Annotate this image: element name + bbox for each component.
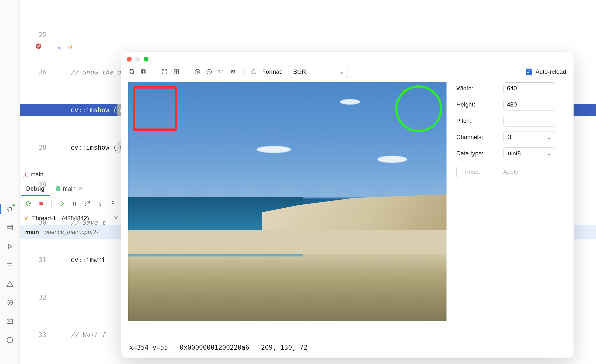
button-label: Reset xyxy=(465,168,480,175)
step-over-icon[interactable] xyxy=(84,200,91,207)
red-rectangle-overlay xyxy=(133,86,177,131)
chevron-down-icon: ⌄ xyxy=(546,150,551,157)
fit-icon[interactable] xyxy=(161,68,168,75)
image-canvas[interactable] xyxy=(128,82,447,321)
step-into-icon[interactable] xyxy=(96,200,104,207)
chevron-down-icon: ⌄ xyxy=(546,134,551,141)
warning-icon[interactable] xyxy=(6,280,14,288)
auto-reload-label: Auto-reload xyxy=(536,68,566,75)
channels-select[interactable]: 3 ⌄ xyxy=(503,131,555,143)
frame-location: opencv_main.cpp:27 xyxy=(45,229,99,236)
width-field[interactable] xyxy=(503,82,555,94)
code-token: cv::imshow ( xyxy=(71,104,117,116)
zoom-in-icon[interactable] xyxy=(194,68,201,75)
tab-debug[interactable]: Debug xyxy=(21,183,50,196)
hex-play-icon[interactable] xyxy=(6,298,14,307)
auto-reload-toggle[interactable]: ✓ Auto-reload xyxy=(526,68,566,75)
reset-button[interactable]: Reset xyxy=(456,166,488,178)
execution-arrow-icon xyxy=(51,29,74,67)
datatype-label: Data type: xyxy=(456,150,483,157)
breadcrumb-label: main xyxy=(31,171,43,178)
window-zoom-icon[interactable] xyxy=(144,57,149,62)
pause-icon[interactable] xyxy=(71,200,78,207)
pixel-rgb: 209, 130, 72 xyxy=(261,344,307,351)
run-icon[interactable] xyxy=(6,242,14,251)
apply-button[interactable]: Apply xyxy=(495,166,526,178)
viewer-statusbar: x=354 y=55 0x00000001200220a6 209, 130, … xyxy=(121,338,574,358)
one-to-one-label: 1:1 xyxy=(218,69,224,74)
pixel-address: 0x00000001200220a6 xyxy=(180,344,249,351)
svg-marker-5 xyxy=(7,300,13,306)
zoom-out-icon[interactable] xyxy=(206,68,213,75)
checkbox-checked-icon: ✓ xyxy=(526,69,532,75)
window-close-icon[interactable] xyxy=(127,57,132,62)
svg-rect-1 xyxy=(7,225,13,226)
debug-tool-icon[interactable] xyxy=(6,205,14,213)
filter-icon[interactable] xyxy=(113,215,119,222)
thread-row[interactable]: ✔ Thread-1…(4884842) xyxy=(20,211,123,225)
svg-rect-2 xyxy=(7,227,13,228)
breakpoint-icon[interactable] xyxy=(20,28,35,66)
image-viewer-window: 1:1 Format: BGR ⌄ ✓ Auto-reload Width: xyxy=(121,52,574,358)
copy-icon[interactable] xyxy=(140,68,147,75)
resume-icon[interactable] xyxy=(58,200,65,207)
green-circle-overlay xyxy=(395,85,442,132)
caret-indicator-icon: ↘I xyxy=(57,42,62,52)
breadcrumb[interactable]: f main xyxy=(20,168,43,181)
frame-function: main xyxy=(25,229,39,236)
svg-rect-18 xyxy=(40,202,43,205)
svg-point-19 xyxy=(85,205,86,206)
svg-rect-7 xyxy=(7,319,13,324)
run-config-icon xyxy=(56,186,60,191)
left-tool-strip xyxy=(0,0,20,364)
pitch-field[interactable] xyxy=(503,115,555,127)
datatype-select[interactable]: uint8 ⌄ xyxy=(503,147,555,159)
rerun-icon[interactable] xyxy=(25,200,32,207)
terminal-icon[interactable] xyxy=(6,317,14,326)
svg-rect-3 xyxy=(7,229,13,230)
lines-icon[interactable] xyxy=(6,261,14,269)
format-label: Format: xyxy=(262,68,283,75)
pitch-label: Pitch: xyxy=(456,117,471,124)
problems-icon[interactable] xyxy=(6,336,14,344)
save-icon[interactable] xyxy=(128,68,135,75)
step-out-icon[interactable] xyxy=(109,200,117,207)
thread-label: Thread-1…(4884842) xyxy=(32,215,89,222)
structure-icon[interactable] xyxy=(6,223,14,232)
svg-rect-25 xyxy=(141,70,145,73)
tab-label: main xyxy=(63,185,76,192)
window-minimize-icon[interactable] xyxy=(135,57,140,62)
grid-icon[interactable] xyxy=(173,68,180,75)
chevron-down-icon: ⌄ xyxy=(339,68,344,75)
stop-icon[interactable] xyxy=(37,200,45,207)
svg-marker-4 xyxy=(8,244,12,249)
svg-point-21 xyxy=(112,201,113,202)
select-value: 3 xyxy=(508,134,511,141)
check-icon: ✔ xyxy=(24,215,29,222)
tab-main[interactable]: main ✕ xyxy=(51,183,87,196)
code-token: cv::imshow ( xyxy=(71,141,117,154)
tab-label: Debug xyxy=(26,185,45,192)
svg-rect-22 xyxy=(131,70,133,71)
window-controls xyxy=(121,52,574,64)
svg-rect-24 xyxy=(143,71,146,74)
line-gutter: 25 26 27 28 29 30 31 32 33 34 35 36 37 xyxy=(20,0,51,165)
select-value: BGR xyxy=(293,68,306,75)
select-value: uint8 xyxy=(508,150,521,157)
svg-marker-6 xyxy=(9,302,11,304)
line-number: 26 xyxy=(20,66,46,79)
svg-point-0 xyxy=(8,207,12,211)
image-properties-form: Width: Height: Pitch: Channels: 3 ⌄ Data… xyxy=(456,82,555,338)
height-field[interactable] xyxy=(503,99,555,110)
crop-icon[interactable] xyxy=(229,68,236,75)
svg-point-9 xyxy=(36,43,41,49)
close-icon[interactable]: ✕ xyxy=(78,186,82,192)
cursor-xy: x=354 y=55 xyxy=(129,344,168,351)
button-label: Apply xyxy=(503,168,518,175)
actual-size-icon[interactable]: 1:1 xyxy=(218,68,224,75)
rendered-image xyxy=(128,82,447,321)
svg-point-20 xyxy=(100,205,100,206)
refresh-icon[interactable] xyxy=(250,68,257,75)
format-select[interactable]: BGR ⌄ xyxy=(289,66,348,78)
function-icon: f xyxy=(23,172,28,177)
